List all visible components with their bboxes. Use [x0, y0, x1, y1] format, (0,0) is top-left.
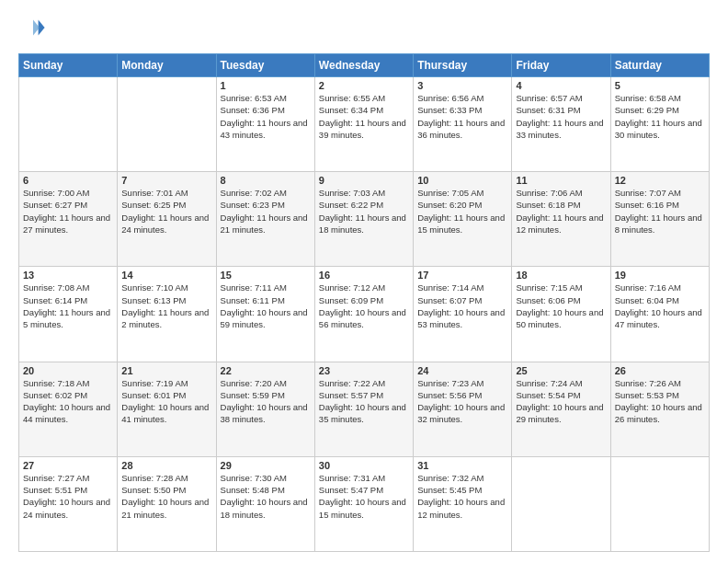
day-info: Sunrise: 7:10 AM	[121, 282, 211, 293]
day-info: Sunset: 5:45 PM	[417, 484, 507, 496]
calendar-cell: 2Sunrise: 6:55 AMSunset: 6:34 PMDaylight…	[314, 77, 413, 172]
day-info: Sunrise: 7:08 AM	[23, 282, 113, 293]
day-info: Sunrise: 7:26 AM	[615, 377, 705, 389]
week-row-3: 13Sunrise: 7:08 AMSunset: 6:14 PMDayligh…	[19, 267, 710, 362]
day-info: Daylight: 11 hours and 21 minutes.	[221, 212, 311, 236]
logo-icon	[20, 15, 46, 40]
calendar-cell: 11Sunrise: 7:06 AMSunset: 6:18 PMDayligh…	[512, 172, 610, 267]
day-info: Sunrise: 7:20 AM	[221, 377, 311, 389]
page: SundayMondayTuesdayWednesdayThursdayFrid…	[0, 0, 728, 563]
day-info: Sunset: 6:33 PM	[417, 104, 507, 116]
calendar-cell: 12Sunrise: 7:07 AMSunset: 6:16 PMDayligh…	[610, 172, 709, 267]
day-info: Sunset: 6:14 PM	[23, 294, 113, 306]
day-info: Daylight: 10 hours and 44 minutes.	[23, 401, 113, 426]
day-info: Sunrise: 7:07 AM	[615, 187, 705, 199]
day-info: Sunset: 6:34 PM	[319, 104, 409, 116]
day-info: Daylight: 10 hours and 50 minutes.	[516, 306, 606, 331]
calendar-cell: 25Sunrise: 7:24 AMSunset: 5:54 PMDayligh…	[512, 362, 610, 456]
day-header-wednesday: Wednesday	[314, 54, 413, 77]
day-info: Sunrise: 7:14 AM	[417, 282, 507, 293]
day-info: Sunrise: 7:16 AM	[615, 282, 705, 293]
day-info: Daylight: 11 hours and 18 minutes.	[319, 212, 409, 236]
day-info: Sunrise: 6:56 AM	[417, 92, 507, 104]
day-number: 3	[417, 80, 507, 91]
day-info: Sunset: 6:27 PM	[23, 199, 113, 211]
day-number: 11	[516, 175, 606, 186]
day-info: Sunrise: 7:15 AM	[516, 282, 606, 293]
day-info: Sunrise: 6:58 AM	[615, 92, 705, 104]
day-info: Daylight: 11 hours and 27 minutes.	[23, 212, 113, 236]
day-info: Daylight: 10 hours and 56 minutes.	[319, 306, 409, 331]
day-info: Daylight: 11 hours and 24 minutes.	[121, 212, 211, 236]
calendar-cell: 13Sunrise: 7:08 AMSunset: 6:14 PMDayligh…	[19, 267, 118, 362]
day-number: 29	[221, 460, 311, 471]
day-info: Sunrise: 7:32 AM	[417, 472, 507, 484]
day-info: Sunrise: 6:53 AM	[221, 92, 311, 104]
calendar-cell: 14Sunrise: 7:10 AMSunset: 6:13 PMDayligh…	[118, 267, 216, 362]
day-info: Sunrise: 7:31 AM	[319, 472, 409, 484]
day-info: Sunset: 6:25 PM	[121, 199, 211, 211]
day-info: Daylight: 11 hours and 5 minutes.	[23, 306, 113, 331]
day-info: Daylight: 10 hours and 32 minutes.	[417, 401, 507, 426]
day-info: Sunset: 6:09 PM	[319, 294, 409, 306]
calendar-cell: 23Sunrise: 7:22 AMSunset: 5:57 PMDayligh…	[314, 362, 413, 456]
day-info: Daylight: 10 hours and 29 minutes.	[516, 401, 606, 426]
day-info: Sunset: 6:20 PM	[417, 199, 507, 211]
day-header-friday: Friday	[512, 54, 610, 77]
day-header-saturday: Saturday	[610, 54, 709, 77]
day-number: 9	[319, 175, 409, 186]
week-row-4: 20Sunrise: 7:18 AMSunset: 6:02 PMDayligh…	[19, 362, 710, 456]
day-info: Sunset: 6:01 PM	[121, 389, 211, 401]
day-number: 7	[121, 175, 211, 186]
day-info: Sunrise: 7:03 AM	[319, 187, 409, 199]
day-info: Sunrise: 7:24 AM	[516, 377, 606, 389]
calendar-cell: 15Sunrise: 7:11 AMSunset: 6:11 PMDayligh…	[216, 267, 314, 362]
day-number: 27	[23, 460, 113, 471]
day-number: 24	[417, 365, 507, 376]
day-number: 26	[615, 365, 705, 376]
day-info: Daylight: 10 hours and 24 minutes.	[23, 496, 113, 521]
calendar-cell: 26Sunrise: 7:26 AMSunset: 5:53 PMDayligh…	[610, 362, 709, 456]
day-info: Sunset: 6:23 PM	[221, 199, 311, 211]
day-info: Daylight: 10 hours and 59 minutes.	[221, 306, 311, 331]
day-number: 31	[417, 460, 507, 471]
day-info: Sunset: 6:18 PM	[516, 199, 606, 211]
calendar-cell: 16Sunrise: 7:12 AMSunset: 6:09 PMDayligh…	[314, 267, 413, 362]
calendar-cell: 1Sunrise: 6:53 AMSunset: 6:36 PMDaylight…	[216, 77, 314, 172]
day-header-tuesday: Tuesday	[216, 54, 314, 77]
day-info: Sunset: 5:57 PM	[319, 389, 409, 401]
day-info: Sunrise: 7:00 AM	[23, 187, 113, 199]
calendar-cell: 7Sunrise: 7:01 AMSunset: 6:25 PMDaylight…	[118, 172, 216, 267]
calendar-cell: 5Sunrise: 6:58 AMSunset: 6:29 PMDaylight…	[610, 77, 709, 172]
calendar-cell: 8Sunrise: 7:02 AMSunset: 6:23 PMDaylight…	[216, 172, 314, 267]
day-info: Sunset: 6:13 PM	[121, 294, 211, 306]
day-number: 2	[319, 80, 409, 91]
day-info: Sunset: 6:31 PM	[516, 104, 606, 116]
day-info: Sunset: 6:36 PM	[221, 104, 311, 116]
calendar-cell: 10Sunrise: 7:05 AMSunset: 6:20 PMDayligh…	[414, 172, 512, 267]
day-info: Sunrise: 7:22 AM	[319, 377, 409, 389]
calendar-cell: 17Sunrise: 7:14 AMSunset: 6:07 PMDayligh…	[414, 267, 512, 362]
week-row-1: 1Sunrise: 6:53 AMSunset: 6:36 PMDaylight…	[19, 77, 710, 172]
calendar-cell: 18Sunrise: 7:15 AMSunset: 6:06 PMDayligh…	[512, 267, 610, 362]
calendar-cell: 24Sunrise: 7:23 AMSunset: 5:56 PMDayligh…	[414, 362, 512, 456]
day-info: Daylight: 10 hours and 26 minutes.	[615, 401, 705, 426]
calendar-cell: 29Sunrise: 7:30 AMSunset: 5:48 PMDayligh…	[216, 456, 314, 551]
day-number: 17	[417, 270, 507, 281]
day-info: Sunset: 6:07 PM	[417, 294, 507, 306]
day-info: Daylight: 11 hours and 33 minutes.	[516, 117, 606, 142]
day-number: 21	[121, 365, 211, 376]
day-info: Sunrise: 7:06 AM	[516, 187, 606, 199]
day-info: Sunset: 6:02 PM	[23, 389, 113, 401]
day-info: Daylight: 10 hours and 47 minutes.	[615, 306, 705, 331]
day-info: Daylight: 11 hours and 8 minutes.	[615, 212, 705, 236]
calendar-cell: 20Sunrise: 7:18 AMSunset: 6:02 PMDayligh…	[19, 362, 118, 456]
day-info: Daylight: 10 hours and 15 minutes.	[319, 496, 409, 521]
day-number: 4	[516, 80, 606, 91]
day-info: Sunset: 5:53 PM	[615, 389, 705, 401]
day-info: Sunset: 6:16 PM	[615, 199, 705, 211]
day-info: Sunrise: 7:01 AM	[121, 187, 211, 199]
week-row-2: 6Sunrise: 7:00 AMSunset: 6:27 PMDaylight…	[19, 172, 710, 267]
calendar-cell: 9Sunrise: 7:03 AMSunset: 6:22 PMDaylight…	[314, 172, 413, 267]
day-header-thursday: Thursday	[414, 54, 512, 77]
